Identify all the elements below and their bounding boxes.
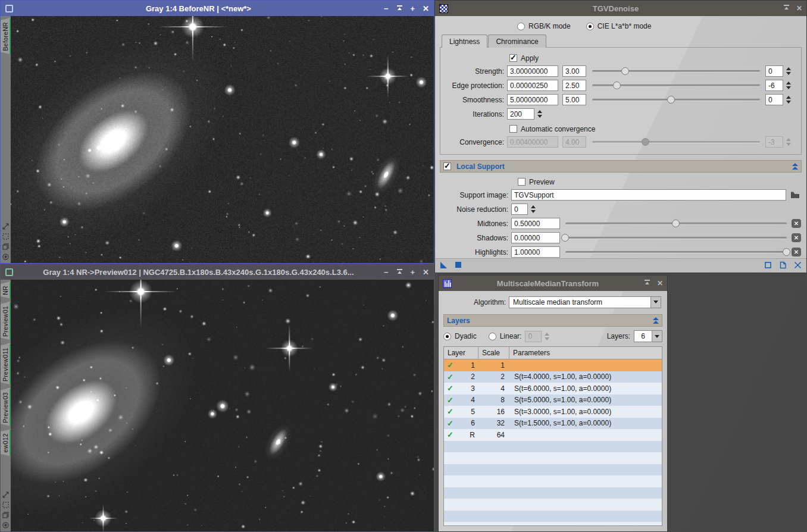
param-value-input[interactable] [507, 136, 558, 148]
view-tab-beforenr[interactable]: BeforeNR [1, 18, 11, 55]
layer-enabled-icon[interactable]: ✓ [447, 407, 453, 416]
table-row-layer-5[interactable]: ✓516S(t=3.0000, s=1.00, a=0.0000) [444, 406, 662, 418]
param-stepper[interactable] [784, 82, 793, 89]
clear-icon[interactable]: ✕ [792, 248, 801, 256]
param-exponent-input[interactable] [765, 136, 783, 148]
dropdown-arrow-icon[interactable] [650, 297, 661, 308]
param-slider[interactable] [592, 65, 760, 77]
shade-button[interactable] [644, 279, 650, 287]
reset-icon[interactable] [794, 261, 802, 271]
radio-dyadic[interactable] [443, 333, 451, 340]
column-header-parameters[interactable]: Parameters [509, 347, 662, 359]
ls-value-input[interactable] [511, 246, 560, 258]
collapse-section-icon[interactable] [792, 163, 798, 170]
radio-lab-mode[interactable] [586, 23, 594, 30]
param-slider[interactable] [592, 94, 760, 105]
param-coarse-input[interactable] [562, 65, 586, 77]
param-slider[interactable] [592, 136, 760, 148]
table-row-layer-R[interactable]: ✓R64 [444, 429, 662, 441]
param-stepper[interactable] [784, 67, 793, 75]
table-row-layer-6[interactable]: ✓632S(t=1.5000, s=1.00, a=0.0000) [444, 418, 662, 430]
view-tab-preview01[interactable]: Preview01 [1, 302, 11, 340]
algorithm-dropdown[interactable]: Multiscale median transform [509, 296, 661, 308]
minimize-button[interactable]: − [384, 5, 389, 12]
folder-icon[interactable] [790, 191, 800, 199]
layer-enabled-icon[interactable]: ✓ [447, 419, 453, 428]
param-coarse-input[interactable] [562, 136, 586, 148]
close-button[interactable]: ✕ [423, 5, 429, 12]
radio-rgbk-mode[interactable] [517, 23, 525, 30]
center-icon[interactable] [2, 253, 10, 261]
new-instance-icon[interactable] [440, 261, 448, 271]
shade-button[interactable] [396, 5, 403, 12]
iterations-stepper[interactable] [536, 110, 544, 118]
param-exponent-input[interactable] [765, 65, 783, 77]
param-exponent-input[interactable] [765, 80, 783, 91]
iterations-input[interactable] [507, 108, 534, 120]
zoom-button[interactable]: + [411, 268, 415, 276]
layer-enabled-icon[interactable]: ✓ [447, 361, 453, 370]
shade-button[interactable] [783, 4, 790, 12]
zoom-button[interactable]: + [411, 5, 415, 12]
ls-slider[interactable] [565, 246, 787, 258]
dropdown-arrow-icon[interactable] [652, 331, 662, 342]
linear-input[interactable] [525, 331, 542, 342]
ls-slider[interactable] [565, 218, 787, 229]
window-mode-icon[interactable] [5, 268, 13, 276]
panel-titlebar[interactable]: TGVDenoise ✕ [435, 1, 806, 16]
view-tab-preview03[interactable]: Preview03 [1, 388, 11, 427]
autoconvergence-checkbox[interactable] [509, 125, 517, 133]
local-support-sectionbar[interactable]: Local Support [440, 160, 802, 173]
zoom-to-fit-icon[interactable] [2, 223, 10, 230]
view-tab-ew012[interactable]: ew012 [1, 429, 11, 456]
local-support-checkbox[interactable] [443, 162, 451, 170]
param-exponent-input[interactable] [765, 94, 783, 105]
param-value-input[interactable] [507, 80, 558, 91]
layer-enabled-icon[interactable]: ✓ [447, 430, 453, 439]
linear-stepper[interactable] [543, 333, 551, 340]
clear-icon[interactable]: ✕ [792, 233, 801, 242]
radio-linear[interactable] [489, 333, 496, 340]
selection-icon[interactable] [2, 501, 10, 509]
collapse-section-icon[interactable] [653, 317, 659, 324]
table-row-layer-2[interactable]: ✓22S(t=4.0000, s=1.00, a=0.0000) [444, 371, 662, 383]
param-slider[interactable] [592, 80, 760, 91]
noise-reduction-input[interactable] [511, 204, 528, 215]
close-button[interactable]: ✕ [657, 279, 663, 287]
table-row-layer-1[interactable]: ✓11 [444, 359, 662, 371]
column-header-scale[interactable]: Scale [478, 347, 509, 359]
image-view-beforenr[interactable] [11, 16, 434, 263]
param-stepper[interactable] [784, 96, 793, 104]
table-row-layer-4[interactable]: ✓48S(t=5.0000, s=1.00, a=0.0000) [444, 395, 662, 406]
close-button[interactable]: ✕ [423, 268, 429, 276]
window-titlebar[interactable]: Gray 1:4 NR->Preview012 | NGC4725.B.1x18… [1, 264, 434, 280]
column-header-layer[interactable]: Layer [444, 347, 478, 359]
view-tab-nr[interactable]: NR [1, 281, 11, 299]
window-mode-icon[interactable] [5, 5, 13, 12]
param-coarse-input[interactable] [562, 80, 586, 91]
tab-lightness[interactable]: Lightness [442, 35, 487, 48]
apply-checkbox[interactable] [509, 54, 517, 62]
shade-button[interactable] [396, 268, 403, 276]
layer-enabled-icon[interactable]: ✓ [447, 384, 453, 393]
layers-dropdown[interactable]: 6 [634, 330, 662, 342]
layer-enabled-icon[interactable]: ✓ [447, 396, 453, 405]
preview-checkbox[interactable] [518, 178, 526, 186]
window-titlebar[interactable]: Gray 1:4 BeforeNR | <*new*> − + ✕ [1, 1, 434, 16]
table-row-layer-3[interactable]: ✓34S(t=6.0000, s=1.00, a=0.0000) [444, 383, 662, 395]
clear-icon[interactable]: ✕ [792, 219, 801, 228]
image-view-nr-preview[interactable] [11, 280, 434, 531]
param-stepper[interactable] [784, 138, 793, 146]
track-view-icon[interactable] [764, 261, 772, 271]
layers-sectionbar[interactable]: Layers [443, 314, 662, 327]
close-button[interactable]: ✕ [796, 4, 802, 12]
view-tab-preview011[interactable]: Preview011 [1, 343, 11, 385]
ls-value-input[interactable] [511, 218, 560, 229]
param-value-input[interactable] [507, 94, 558, 105]
center-icon[interactable] [2, 521, 10, 529]
duplicate-icon[interactable] [2, 511, 10, 519]
panel-titlebar[interactable]: MultiscaleMedianTransform ✕ [439, 276, 667, 291]
ls-slider[interactable] [565, 232, 787, 243]
noise-reduction-stepper[interactable] [529, 205, 537, 213]
duplicate-icon[interactable] [2, 243, 10, 251]
